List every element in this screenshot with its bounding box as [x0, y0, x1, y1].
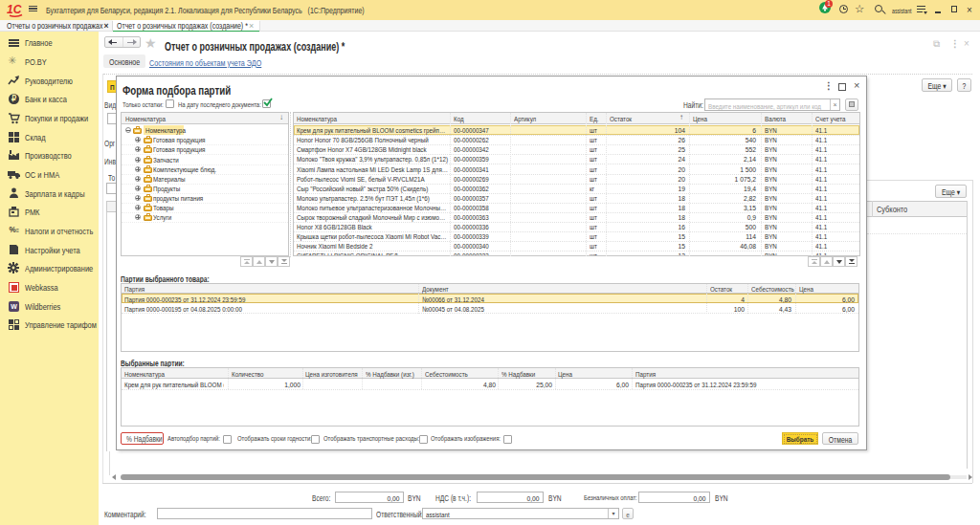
svg-text:1С: 1С — [7, 3, 22, 16]
